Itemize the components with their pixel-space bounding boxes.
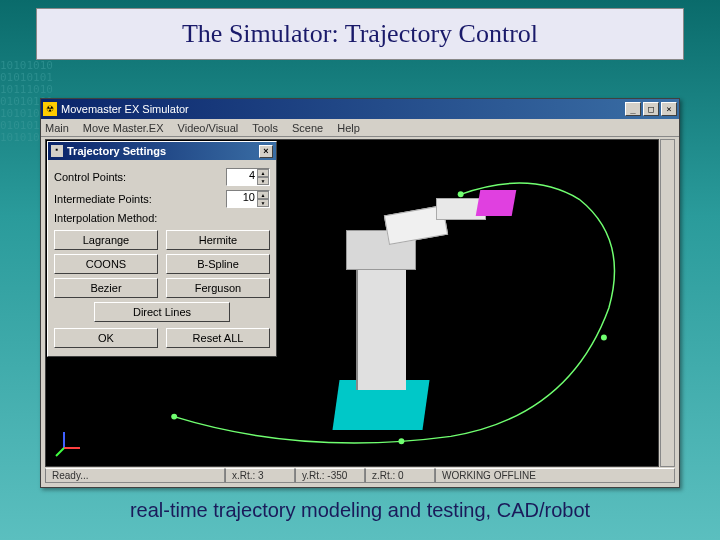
status-x: x.Rt.: 3 <box>225 468 295 483</box>
menu-bar: Main Move Master.EX Video/Visual Tools S… <box>41 119 679 137</box>
robot-end-effector <box>476 190 517 216</box>
bspline-button[interactable]: B-Spline <box>166 254 270 274</box>
lagrange-button[interactable]: Lagrange <box>54 230 158 250</box>
maximize-button[interactable]: □ <box>643 102 659 116</box>
hermite-button[interactable]: Hermite <box>166 230 270 250</box>
ferguson-button[interactable]: Ferguson <box>166 278 270 298</box>
status-ready: Ready... <box>45 468 225 483</box>
status-y: y.Rt.: -350 <box>295 468 365 483</box>
trajectory-settings-dialog: ▪ Trajectory Settings × Control Points: … <box>47 141 277 357</box>
menu-help[interactable]: Help <box>337 122 360 134</box>
dialog-titlebar[interactable]: ▪ Trajectory Settings × <box>48 142 276 160</box>
control-points-value: 4 <box>249 169 255 181</box>
close-button[interactable]: × <box>661 102 677 116</box>
menu-video[interactable]: Video/Visual <box>178 122 239 134</box>
menu-main[interactable]: Main <box>45 122 69 134</box>
intermediate-points-label: Intermediate Points: <box>54 193 152 205</box>
slide-title: The Simulator: Trajectory Control <box>36 8 684 60</box>
window-title: Movemaster EX Simulator <box>61 103 189 115</box>
simulator-window: ☢ Movemaster EX Simulator _ □ × Main Mov… <box>40 98 680 488</box>
vertical-scrollbar[interactable] <box>660 139 675 467</box>
svg-point-3 <box>458 191 464 197</box>
minimize-button[interactable]: _ <box>625 102 641 116</box>
svg-point-0 <box>171 414 177 420</box>
dialog-icon: ▪ <box>51 145 63 157</box>
intermediate-points-value: 10 <box>243 191 255 203</box>
app-icon: ☢ <box>43 102 57 116</box>
control-points-input[interactable]: 4 ▲▼ <box>226 168 270 186</box>
robot-column <box>356 260 406 390</box>
status-z: z.Rt.: 0 <box>365 468 435 483</box>
direct-lines-button[interactable]: Direct Lines <box>94 302 230 322</box>
bezier-button[interactable]: Bezier <box>54 278 158 298</box>
svg-point-2 <box>601 335 607 341</box>
menu-scene[interactable]: Scene <box>292 122 323 134</box>
ok-button[interactable]: OK <box>54 328 158 348</box>
slide-caption: real-time trajectory modeling and testin… <box>0 499 720 522</box>
svg-line-6 <box>56 448 64 456</box>
reset-all-button[interactable]: Reset ALL <box>166 328 270 348</box>
menu-tools[interactable]: Tools <box>252 122 278 134</box>
svg-point-1 <box>398 438 404 444</box>
menu-movemaster[interactable]: Move Master.EX <box>83 122 164 134</box>
intermediate-points-spinner[interactable]: ▲▼ <box>257 191 269 207</box>
status-bar: Ready... x.Rt.: 3 y.Rt.: -350 z.Rt.: 0 W… <box>45 468 675 483</box>
axes-gizmo <box>54 428 84 458</box>
control-points-spinner[interactable]: ▲▼ <box>257 169 269 185</box>
interpolation-label: Interpolation Method: <box>54 212 157 224</box>
control-points-label: Control Points: <box>54 171 126 183</box>
window-titlebar[interactable]: ☢ Movemaster EX Simulator _ □ × <box>41 99 679 119</box>
status-mode: WORKING OFFLINE <box>435 468 675 483</box>
coons-button[interactable]: COONS <box>54 254 158 274</box>
dialog-close-button[interactable]: × <box>259 145 273 158</box>
intermediate-points-input[interactable]: 10 ▲▼ <box>226 190 270 208</box>
dialog-title: Trajectory Settings <box>67 145 166 157</box>
